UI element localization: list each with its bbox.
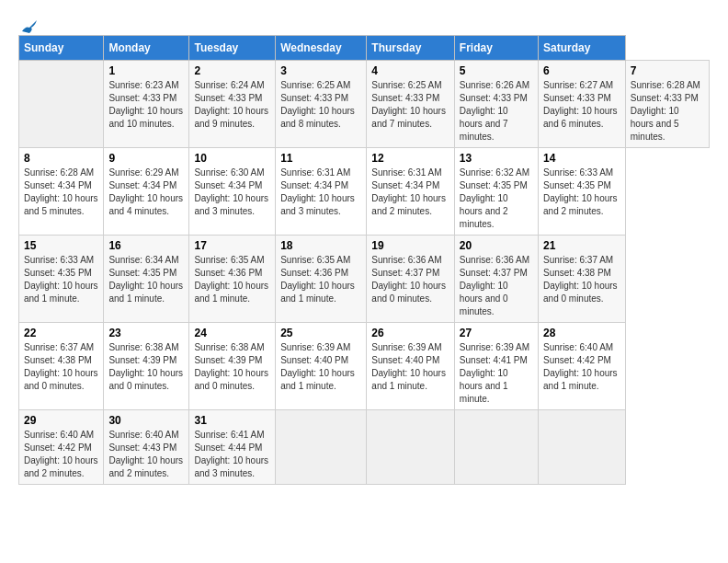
- calendar-cell: 15 Sunrise: 6:33 AMSunset: 4:35 PMDaylig…: [19, 236, 104, 323]
- calendar-cell: 23 Sunrise: 6:38 AMSunset: 4:39 PMDaylig…: [104, 323, 189, 410]
- day-number: 12: [371, 152, 449, 165]
- day-header-thursday: Thursday: [367, 36, 455, 61]
- calendar-week-4: 29 Sunrise: 6:40 AMSunset: 4:42 PMDaylig…: [19, 410, 710, 485]
- day-number: 4: [371, 64, 449, 77]
- calendar-cell: 29 Sunrise: 6:40 AMSunset: 4:42 PMDaylig…: [19, 410, 104, 485]
- day-info: Sunrise: 6:37 AMSunset: 4:38 PMDaylight:…: [543, 255, 618, 304]
- day-info: Sunrise: 6:32 AMSunset: 4:35 PMDaylight:…: [460, 167, 529, 229]
- day-number: 26: [371, 327, 449, 339]
- calendar-cell: 28 Sunrise: 6:40 AMSunset: 4:42 PMDaylig…: [539, 323, 626, 410]
- day-info: Sunrise: 6:35 AMSunset: 4:36 PMDaylight:…: [280, 255, 355, 304]
- day-info: Sunrise: 6:37 AMSunset: 4:38 PMDaylight:…: [24, 342, 98, 391]
- day-info: Sunrise: 6:31 AMSunset: 4:34 PMDaylight:…: [280, 167, 355, 216]
- day-number: 28: [543, 327, 620, 339]
- day-number: 21: [543, 239, 620, 252]
- day-info: Sunrise: 6:36 AMSunset: 4:37 PMDaylight:…: [460, 255, 529, 316]
- calendar-cell: 26 Sunrise: 6:39 AMSunset: 4:40 PMDaylig…: [367, 323, 455, 410]
- day-info: Sunrise: 6:40 AMSunset: 4:42 PMDaylight:…: [543, 342, 618, 391]
- calendar-table: SundayMondayTuesdayWednesdayThursdayFrid…: [18, 35, 710, 485]
- calendar-cell: 11 Sunrise: 6:31 AMSunset: 4:34 PMDaylig…: [276, 148, 367, 236]
- logo-bird-icon: [20, 18, 40, 35]
- calendar-cell: 20 Sunrise: 6:36 AMSunset: 4:37 PMDaylig…: [454, 236, 538, 323]
- calendar-week-0: 1 Sunrise: 6:23 AMSunset: 4:33 PMDayligh…: [19, 61, 710, 148]
- day-info: Sunrise: 6:26 AMSunset: 4:33 PMDaylight:…: [460, 80, 529, 142]
- day-info: Sunrise: 6:39 AMSunset: 4:41 PMDaylight:…: [460, 342, 529, 404]
- day-header-wednesday: Wednesday: [276, 36, 367, 61]
- calendar-cell: [19, 61, 104, 148]
- page-header: [18, 18, 710, 31]
- day-number: 22: [24, 327, 98, 339]
- day-info: Sunrise: 6:28 AMSunset: 4:33 PMDaylight:…: [631, 80, 700, 142]
- day-number: 18: [280, 239, 361, 252]
- calendar-cell: 14 Sunrise: 6:33 AMSunset: 4:35 PMDaylig…: [539, 148, 626, 236]
- calendar-cell: 25 Sunrise: 6:39 AMSunset: 4:40 PMDaylig…: [276, 323, 367, 410]
- calendar-header-row: SundayMondayTuesdayWednesdayThursdayFrid…: [19, 36, 710, 61]
- calendar-week-2: 15 Sunrise: 6:33 AMSunset: 4:35 PMDaylig…: [19, 236, 710, 323]
- day-header-monday: Monday: [104, 36, 189, 61]
- day-info: Sunrise: 6:39 AMSunset: 4:40 PMDaylight:…: [280, 342, 355, 391]
- day-info: Sunrise: 6:38 AMSunset: 4:39 PMDaylight:…: [108, 342, 183, 391]
- day-number: 19: [371, 239, 449, 252]
- day-info: Sunrise: 6:39 AMSunset: 4:40 PMDaylight:…: [371, 342, 446, 391]
- calendar-cell: 6 Sunrise: 6:27 AMSunset: 4:33 PMDayligh…: [539, 61, 626, 148]
- calendar-cell: 10 Sunrise: 6:30 AMSunset: 4:34 PMDaylig…: [189, 148, 276, 236]
- day-info: Sunrise: 6:24 AMSunset: 4:33 PMDaylight:…: [194, 80, 268, 129]
- calendar-cell: 22 Sunrise: 6:37 AMSunset: 4:38 PMDaylig…: [19, 323, 104, 410]
- calendar-cell: [454, 410, 538, 485]
- day-header-sunday: Sunday: [19, 36, 104, 61]
- calendar-week-3: 22 Sunrise: 6:37 AMSunset: 4:38 PMDaylig…: [19, 323, 710, 410]
- day-info: Sunrise: 6:28 AMSunset: 4:34 PMDaylight:…: [24, 167, 98, 216]
- day-header-saturday: Saturday: [539, 36, 626, 61]
- day-info: Sunrise: 6:34 AMSunset: 4:35 PMDaylight:…: [108, 255, 183, 304]
- day-info: Sunrise: 6:33 AMSunset: 4:35 PMDaylight:…: [24, 255, 98, 304]
- calendar-week-1: 8 Sunrise: 6:28 AMSunset: 4:34 PMDayligh…: [19, 148, 710, 236]
- day-number: 11: [280, 152, 361, 165]
- day-number: 17: [194, 239, 270, 252]
- day-number: 23: [108, 327, 184, 339]
- calendar-cell: 24 Sunrise: 6:38 AMSunset: 4:39 PMDaylig…: [189, 323, 276, 410]
- day-number: 14: [543, 152, 620, 165]
- day-number: 20: [460, 239, 533, 252]
- day-number: 15: [24, 239, 98, 252]
- day-header-tuesday: Tuesday: [189, 36, 276, 61]
- calendar-cell: 27 Sunrise: 6:39 AMSunset: 4:41 PMDaylig…: [454, 323, 538, 410]
- day-number: 24: [194, 327, 270, 339]
- day-number: 5: [460, 64, 533, 77]
- day-number: 25: [280, 327, 361, 339]
- calendar-cell: 13 Sunrise: 6:32 AMSunset: 4:35 PMDaylig…: [454, 148, 538, 236]
- day-info: Sunrise: 6:27 AMSunset: 4:33 PMDaylight:…: [543, 80, 618, 129]
- day-info: Sunrise: 6:23 AMSunset: 4:33 PMDaylight:…: [108, 80, 183, 129]
- day-number: 16: [108, 239, 184, 252]
- calendar-cell: 9 Sunrise: 6:29 AMSunset: 4:34 PMDayligh…: [104, 148, 189, 236]
- calendar-cell: 8 Sunrise: 6:28 AMSunset: 4:34 PMDayligh…: [19, 148, 104, 236]
- day-number: 27: [460, 327, 533, 339]
- day-header-friday: Friday: [454, 36, 538, 61]
- day-info: Sunrise: 6:33 AMSunset: 4:35 PMDaylight:…: [543, 167, 618, 216]
- calendar-cell: 1 Sunrise: 6:23 AMSunset: 4:33 PMDayligh…: [104, 61, 189, 148]
- day-info: Sunrise: 6:35 AMSunset: 4:36 PMDaylight:…: [194, 255, 268, 304]
- calendar-cell: [539, 410, 626, 485]
- day-number: 1: [108, 64, 184, 77]
- day-number: 31: [194, 414, 270, 427]
- calendar-cell: 30 Sunrise: 6:40 AMSunset: 4:43 PMDaylig…: [104, 410, 189, 485]
- day-info: Sunrise: 6:41 AMSunset: 4:44 PMDaylight:…: [194, 430, 268, 478]
- calendar-cell: 4 Sunrise: 6:25 AMSunset: 4:33 PMDayligh…: [367, 61, 455, 148]
- day-info: Sunrise: 6:40 AMSunset: 4:42 PMDaylight:…: [24, 430, 98, 478]
- day-number: 6: [543, 64, 620, 77]
- calendar-cell: [367, 410, 455, 485]
- day-info: Sunrise: 6:29 AMSunset: 4:34 PMDaylight:…: [108, 167, 183, 216]
- day-info: Sunrise: 6:36 AMSunset: 4:37 PMDaylight:…: [371, 255, 446, 304]
- calendar-cell: 19 Sunrise: 6:36 AMSunset: 4:37 PMDaylig…: [367, 236, 455, 323]
- day-info: Sunrise: 6:25 AMSunset: 4:33 PMDaylight:…: [280, 80, 355, 129]
- calendar-cell: 18 Sunrise: 6:35 AMSunset: 4:36 PMDaylig…: [276, 236, 367, 323]
- calendar-cell: 16 Sunrise: 6:34 AMSunset: 4:35 PMDaylig…: [104, 236, 189, 323]
- calendar-cell: 7 Sunrise: 6:28 AMSunset: 4:33 PMDayligh…: [625, 61, 709, 148]
- day-number: 30: [108, 414, 184, 427]
- day-info: Sunrise: 6:31 AMSunset: 4:34 PMDaylight:…: [371, 167, 446, 216]
- day-info: Sunrise: 6:30 AMSunset: 4:34 PMDaylight:…: [194, 167, 268, 216]
- day-number: 9: [108, 152, 184, 165]
- day-number: 3: [280, 64, 361, 77]
- calendar-cell: 17 Sunrise: 6:35 AMSunset: 4:36 PMDaylig…: [189, 236, 276, 323]
- logo: [18, 18, 40, 31]
- calendar-cell: 3 Sunrise: 6:25 AMSunset: 4:33 PMDayligh…: [276, 61, 367, 148]
